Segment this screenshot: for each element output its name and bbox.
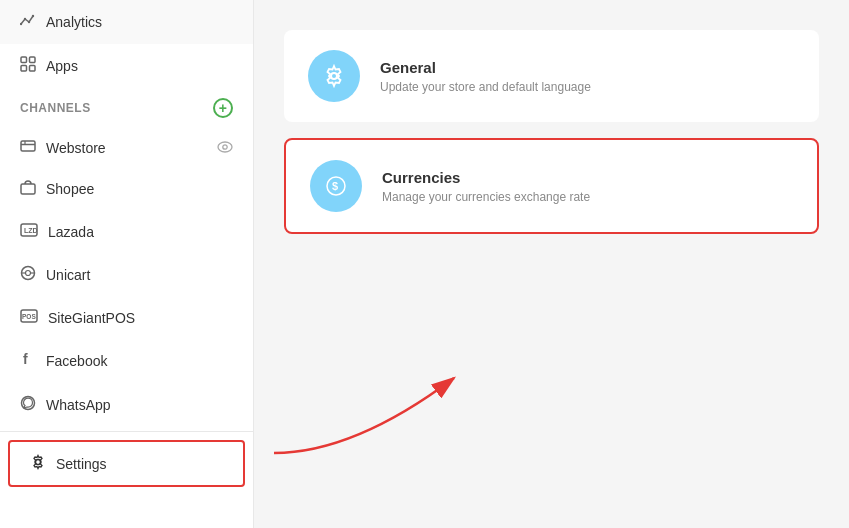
facebook-icon: f bbox=[20, 351, 36, 371]
currencies-icon-circle: $ bbox=[310, 160, 362, 212]
settings-label: Settings bbox=[56, 456, 107, 472]
currencies-title: Currencies bbox=[382, 169, 590, 186]
sidebar-item-sitegiantpos[interactable]: POS SiteGiantPOS bbox=[0, 297, 253, 339]
svg-text:LZD: LZD bbox=[24, 227, 38, 234]
sidebar-item-whatsapp[interactable]: WhatsApp bbox=[0, 383, 253, 427]
sidebar-divider bbox=[0, 431, 253, 432]
svg-rect-4 bbox=[21, 57, 27, 63]
lazada-icon: LZD bbox=[20, 223, 38, 241]
svg-point-25 bbox=[331, 73, 337, 79]
svg-text:f: f bbox=[23, 351, 28, 367]
svg-point-3 bbox=[32, 15, 34, 17]
whatsapp-label: WhatsApp bbox=[46, 397, 111, 413]
settings-icon bbox=[30, 454, 46, 473]
svg-point-1 bbox=[24, 18, 26, 20]
svg-text:POS: POS bbox=[22, 313, 36, 320]
general-desc: Update your store and default language bbox=[380, 80, 591, 94]
eye-icon[interactable] bbox=[217, 140, 233, 156]
svg-point-17 bbox=[26, 271, 31, 276]
currencies-card[interactable]: $ Currencies Manage your currencies exch… bbox=[284, 138, 819, 234]
main-content: General Update your store and default la… bbox=[254, 0, 849, 528]
general-card-text: General Update your store and default la… bbox=[380, 59, 591, 94]
currencies-desc: Manage your currencies exchange rate bbox=[382, 190, 590, 204]
lazada-label: Lazada bbox=[48, 224, 94, 240]
sidebar-item-analytics[interactable]: Analytics bbox=[0, 0, 253, 44]
pos-icon: POS bbox=[20, 309, 38, 327]
channels-header: CHANNELS + bbox=[0, 88, 253, 128]
svg-point-11 bbox=[218, 142, 232, 152]
sidebar-item-settings[interactable]: Settings bbox=[8, 440, 245, 487]
apps-label: Apps bbox=[46, 58, 78, 74]
shopee-label: Shopee bbox=[46, 181, 94, 197]
sidebar-item-shopee[interactable]: Shopee bbox=[0, 167, 253, 211]
analytics-label: Analytics bbox=[46, 14, 102, 30]
svg-rect-7 bbox=[30, 66, 36, 72]
apps-icon bbox=[20, 56, 36, 76]
sidebar: Analytics Apps CHANNELS + Webstore bbox=[0, 0, 254, 528]
general-card[interactable]: General Update your store and default la… bbox=[284, 30, 819, 122]
shopee-icon bbox=[20, 179, 36, 199]
webstore-label: Webstore bbox=[46, 140, 207, 156]
svg-point-24 bbox=[36, 460, 41, 465]
facebook-label: Facebook bbox=[46, 353, 107, 369]
unicart-icon bbox=[20, 265, 36, 285]
sidebar-item-lazada[interactable]: LZD Lazada bbox=[0, 211, 253, 253]
svg-point-2 bbox=[28, 21, 30, 23]
svg-text:$: $ bbox=[332, 180, 338, 192]
svg-rect-6 bbox=[21, 66, 27, 72]
svg-rect-13 bbox=[21, 184, 35, 194]
whatsapp-icon bbox=[20, 395, 36, 415]
sitegiantpos-label: SiteGiantPOS bbox=[48, 310, 135, 326]
svg-point-12 bbox=[223, 144, 227, 148]
sidebar-item-unicart[interactable]: Unicart bbox=[0, 253, 253, 297]
sidebar-item-facebook[interactable]: f Facebook bbox=[0, 339, 253, 383]
svg-rect-5 bbox=[30, 57, 36, 63]
channels-label: CHANNELS bbox=[20, 101, 91, 115]
general-title: General bbox=[380, 59, 591, 76]
svg-rect-8 bbox=[21, 141, 35, 151]
unicart-label: Unicart bbox=[46, 267, 90, 283]
webstore-icon bbox=[20, 138, 36, 157]
add-channel-button[interactable]: + bbox=[213, 98, 233, 118]
sidebar-item-webstore[interactable]: Webstore bbox=[0, 128, 253, 167]
general-icon-circle bbox=[308, 50, 360, 102]
analytics-icon bbox=[20, 12, 36, 32]
sidebar-item-apps[interactable]: Apps bbox=[0, 44, 253, 88]
currencies-card-text: Currencies Manage your currencies exchan… bbox=[382, 169, 590, 204]
